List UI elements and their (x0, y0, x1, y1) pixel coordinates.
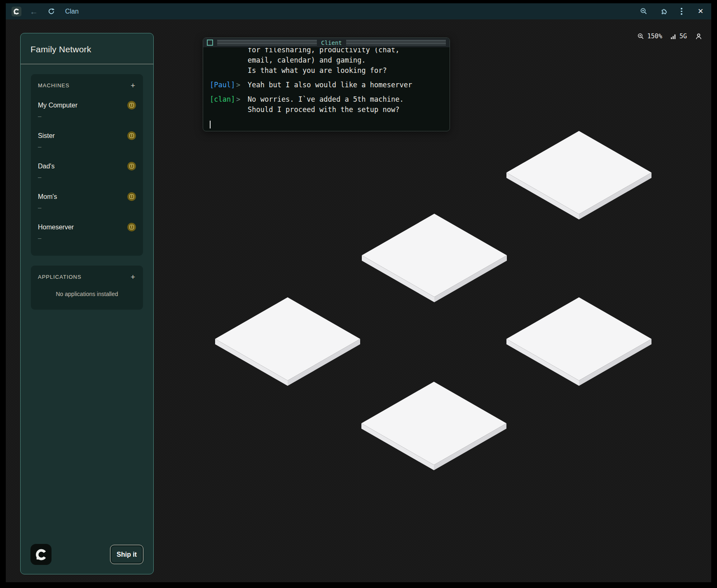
family-network-panel: Family Network MACHINES + My Computer ! … (20, 33, 154, 574)
machine-status: – (38, 112, 136, 119)
machine-name: Dad's (38, 163, 54, 170)
machine-list-item[interactable]: Homeserver ! – (38, 223, 136, 241)
sidebar-footer: Ship it (30, 544, 143, 565)
user-icon[interactable] (695, 33, 702, 40)
close-window-button[interactable]: ✕ (696, 7, 705, 16)
zoom-level-icon (637, 33, 644, 40)
warning-badge-icon: ! (127, 101, 136, 110)
terminal-input-line[interactable] (210, 119, 450, 129)
zoom-level-value: 150% (647, 33, 662, 40)
isometric-platform-icon (506, 131, 651, 220)
add-machine-button[interactable]: + (130, 82, 136, 89)
message-sender-label: [clan] (210, 94, 236, 115)
panel-title: Family Network (30, 44, 143, 54)
machine-name: Homeserver (38, 224, 74, 231)
clan-logo-icon (13, 8, 20, 15)
warning-badge-icon: ! (127, 162, 136, 170)
clan-logo-icon (35, 548, 47, 561)
message-prompt-char (236, 48, 248, 76)
message-line: No worries. I`ve added a 5th machine. (248, 94, 450, 105)
applications-header: APPLICATIONS (38, 274, 82, 280)
machine-status: – (38, 234, 136, 241)
ship-it-button[interactable]: Ship it (110, 545, 143, 564)
isometric-platform-icon (506, 297, 651, 386)
terminal-titlebar[interactable]: Client (203, 38, 450, 48)
machine-status: – (38, 143, 136, 150)
isometric-platform-icon (215, 297, 360, 386)
applications-card: APPLICATIONS + No applications installed (31, 266, 143, 310)
titlebar-stripes (346, 40, 446, 45)
terminal-message: [clan] > No worries. I`ve added a 5th ma… (210, 94, 450, 115)
warning-badge-icon: ! (127, 223, 136, 231)
terminal-message: [Paul] > Yeah but I also would like a ho… (210, 80, 450, 90)
isometric-platform-icon (361, 382, 506, 471)
message-line: Should I proceed with the setup now? (248, 105, 450, 115)
titlebar-stripes (217, 40, 317, 45)
terminal-title: Client (321, 40, 342, 46)
machines-card: MACHINES + My Computer ! – Sister ! – Da… (31, 74, 143, 256)
machine-tile[interactable] (215, 297, 360, 386)
message-line: Is that what you are looking for? (248, 65, 450, 76)
machine-tile[interactable] (506, 131, 651, 220)
warning-badge-icon: ! (127, 192, 136, 201)
client-terminal-window: Client for filesharing, productivity (ch… (203, 37, 450, 131)
zoom-button[interactable] (639, 7, 649, 16)
clan-logo (30, 544, 52, 565)
browser-chrome-bar: ← Clan ✕ (6, 3, 711, 19)
status-cluster: 150% 5G (637, 32, 702, 41)
signal-bars-icon (670, 33, 677, 40)
machine-tile[interactable] (506, 297, 651, 386)
divider (21, 64, 153, 64)
network-type-value: 5G (680, 33, 687, 40)
message-line: for filesharing, productivity (chat, (248, 48, 450, 55)
machine-tile[interactable] (362, 214, 507, 303)
menu-kebab-button[interactable] (677, 7, 687, 16)
message-prompt-char: > (236, 94, 248, 115)
terminal-body[interactable]: for filesharing, productivity (chat,emai… (203, 48, 450, 131)
add-application-button[interactable]: + (130, 273, 136, 281)
message-line: email, calendar) and gaming. (248, 55, 450, 65)
clan-favicon (12, 7, 21, 16)
terminal-messages: for filesharing, productivity (chat,emai… (210, 48, 450, 115)
machines-header: MACHINES (38, 82, 70, 89)
machine-list-item[interactable]: Dad's ! – (38, 162, 136, 180)
reload-button[interactable] (46, 7, 56, 16)
message-text: No worries. I`ve added a 5th machine.Sho… (248, 94, 450, 115)
terminal-message: for filesharing, productivity (chat,emai… (210, 48, 450, 76)
machine-status: – (38, 173, 136, 180)
canvas-area: 150% 5G Family Network MACHINES + My Com… (6, 19, 711, 582)
message-text: for filesharing, productivity (chat,emai… (248, 48, 450, 76)
message-text: Yeah but I also would like a homeserver (248, 80, 450, 90)
warning-badge-icon: ! (127, 131, 136, 140)
machine-name: Sister (38, 132, 55, 140)
machine-list-item[interactable]: My Computer ! – (38, 101, 136, 119)
machine-name: My Computer (38, 102, 77, 109)
message-line: Yeah but I also would like a homeserver (248, 80, 450, 90)
machine-name: Mom's (38, 193, 57, 201)
message-sender-label (210, 48, 236, 76)
machine-status: – (38, 204, 136, 211)
window-control-button[interactable] (207, 40, 213, 46)
terminal-cursor (210, 121, 211, 128)
machine-list-item[interactable]: Sister ! – (38, 131, 136, 150)
machine-list-item[interactable]: Mom's ! – (38, 192, 136, 211)
applications-empty-text: No applications installed (38, 285, 136, 307)
extensions-icon[interactable] (658, 7, 668, 16)
page-title: Clan (65, 8, 631, 15)
message-sender-label: [Paul] (210, 80, 236, 90)
isometric-platform-icon (362, 214, 507, 303)
machine-list: My Computer ! – Sister ! – Dad's ! – Mom… (38, 101, 136, 241)
message-prompt-char: > (236, 80, 248, 90)
machine-tile[interactable] (361, 382, 506, 471)
back-button[interactable]: ← (29, 7, 39, 16)
